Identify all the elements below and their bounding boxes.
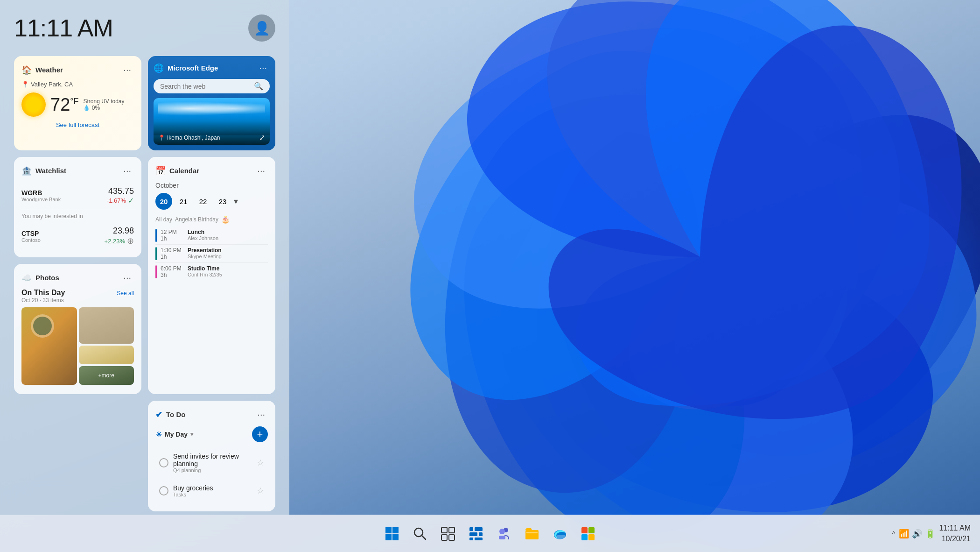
weather-more-button[interactable]: ··· — [120, 64, 134, 76]
calendar-event-lunch: 12 PM 1h Lunch Alex Johnson — [155, 226, 268, 245]
photo-thumb-1[interactable] — [21, 307, 77, 385]
calendar-event-presentation: 1:30 PM 1h Presentation Skype Meeting — [155, 245, 268, 263]
svg-rect-13 — [479, 532, 483, 536]
widgets-panel: 11:11 AM 👤 🏠 Weather ··· 📍 Valley Park, … — [0, 0, 289, 515]
edge-icon: 🌐 — [154, 63, 164, 73]
photo-thumb-2[interactable] — [79, 307, 134, 344]
photo-thumb-4[interactable]: +more — [79, 366, 134, 385]
taskbar-widgets-button[interactable] — [465, 523, 487, 545]
todo-item-2[interactable]: Buy groceries Tasks ☆ — [155, 480, 268, 502]
wallpaper-flower-svg — [327, 0, 980, 552]
todo-checkbox-2[interactable] — [159, 486, 168, 495]
todo-myday-row: ☀ My Day ▾ + — [155, 426, 268, 442]
weather-icon: 🏠 — [21, 65, 32, 75]
photos-more-button[interactable]: ··· — [120, 271, 134, 284]
calendar-day-23[interactable]: 23 — [214, 193, 231, 210]
photos-see-all[interactable]: See all — [117, 290, 134, 297]
todo-title: To Do — [166, 410, 185, 418]
wifi-icon[interactable]: 📶 — [899, 529, 909, 539]
task-view-icon — [441, 526, 455, 541]
todo-add-button[interactable]: + — [252, 426, 268, 442]
svg-rect-1 — [392, 527, 399, 533]
todo-checkbox-1[interactable] — [159, 458, 168, 467]
edge-widget: 🌐 Microsoft Edge ··· 🔍 📍 Ikema Ohashi, J… — [148, 56, 275, 150]
calendar-more-button[interactable]: ··· — [254, 164, 268, 177]
edge-image[interactable]: 📍 Ikema Ohashi, Japan ⤢ — [154, 98, 270, 145]
stock-change-ctsp: +2.23% — [105, 238, 125, 245]
widgets-row-2: 🏦 Watchlist ··· WGRB Woodgrove Bank 435.… — [14, 157, 275, 394]
taskbar-store-button[interactable] — [577, 523, 599, 545]
store-icon — [581, 526, 595, 541]
photo-thumb-3[interactable] — [79, 346, 134, 364]
calendar-title: Calendar — [169, 167, 199, 175]
event-details-studio: Studio Time Conf Rm 32/35 — [188, 265, 222, 278]
taskbar-right: ^ 📶 🔊 🔋 11:11 AM 10/20/21 — [892, 523, 971, 544]
calendar-allday: All day Angela's Birthday 🎂 — [155, 215, 268, 224]
calendar-more-days[interactable]: ▾ — [234, 196, 238, 206]
taskbar-taskview-button[interactable] — [437, 523, 459, 545]
watchlist-icon: 🏦 — [21, 166, 32, 176]
watchlist-title: Watchlist — [35, 167, 66, 175]
todo-item-1[interactable]: Send invites for review planning Q4 plan… — [155, 448, 268, 478]
taskbar-overflow-button[interactable]: ^ — [892, 530, 896, 538]
svg-rect-8 — [441, 535, 447, 540]
calendar-day-22[interactable]: 22 — [195, 193, 211, 210]
chevron-down-icon: ▾ — [190, 431, 193, 438]
watchlist-title-row: 🏦 Watchlist — [21, 166, 66, 176]
sun-icon: ☀ — [155, 430, 162, 439]
taskbar-search-button[interactable] — [409, 523, 431, 545]
svg-rect-18 — [499, 536, 505, 539]
svg-rect-11 — [475, 527, 483, 531]
taskbar-teams-button[interactable] — [493, 523, 515, 545]
edge-widget-header: 🌐 Microsoft Edge ··· — [154, 62, 270, 74]
taskbar-explorer-button[interactable] — [521, 523, 543, 545]
taskbar-system-icons: 📶 🔊 🔋 — [899, 529, 935, 539]
svg-rect-2 — [385, 534, 392, 540]
svg-rect-10 — [469, 527, 473, 531]
taskbar-edge-button[interactable] — [549, 523, 571, 545]
stock-ctsp-price-block: 23.98 +2.23% ⊕ — [105, 226, 134, 246]
svg-rect-7 — [449, 527, 455, 533]
taskbar-time: 11:11 AM — [939, 523, 971, 533]
stock-add-icon[interactable]: ⊕ — [127, 236, 134, 246]
todo-more-button[interactable]: ··· — [254, 408, 268, 421]
taskbar-date: 10/20/21 — [939, 534, 971, 544]
taskbar-icons-center — [381, 523, 599, 545]
stock-wgrb-price-block: 435.75 -1.67% ✓ — [107, 186, 134, 205]
event-time-studio: 6:00 PM 3h — [161, 265, 184, 278]
todo-widget: ✔ To Do ··· ☀ My Day ▾ + Send invites fo… — [148, 401, 275, 511]
edge-search-input[interactable] — [160, 83, 250, 90]
allday-label: All day — [155, 216, 172, 223]
taskbar-clock[interactable]: 11:11 AM 10/20/21 — [939, 523, 971, 544]
location-pin-icon-2: 📍 — [158, 134, 165, 141]
volume-icon[interactable]: 🔊 — [912, 529, 922, 539]
svg-rect-20 — [526, 532, 538, 533]
calendar-header: 📅 Calendar ··· — [155, 164, 268, 177]
todo-text-1: Send invites for review planning Q4 plan… — [173, 453, 252, 473]
photos-title: Photos — [35, 274, 59, 282]
photos-grid: +more — [21, 307, 134, 387]
battery-icon[interactable]: 🔋 — [925, 529, 935, 539]
todo-myday-selector[interactable]: ☀ My Day ▾ — [155, 430, 193, 439]
user-avatar[interactable]: 👤 — [248, 14, 275, 42]
stock-price-ctsp: 23.98 — [105, 226, 134, 236]
allday-event: Angela's Birthday — [175, 216, 218, 223]
weather-forecast-link[interactable]: See full forecast — [21, 121, 134, 128]
todo-star-2[interactable]: ☆ — [257, 486, 264, 496]
calendar-event-studio: 6:00 PM 3h Studio Time Conf Rm 32/35 — [155, 263, 268, 281]
weather-sun-icon — [21, 92, 46, 117]
edge-more-button[interactable]: ··· — [256, 62, 270, 74]
calendar-month: October — [155, 182, 268, 189]
stock-company-ctsp: Contoso — [21, 237, 41, 243]
taskbar-start-button[interactable] — [381, 523, 403, 545]
calendar-day-20[interactable]: 20 — [155, 193, 172, 210]
widgets-header: 11:11 AM 👤 — [14, 9, 275, 47]
calendar-day-21[interactable]: 21 — [175, 193, 192, 210]
todo-title-row: ✔ To Do — [155, 410, 185, 420]
edge-search-box[interactable]: 🔍 — [154, 79, 270, 93]
todo-star-1[interactable]: ☆ — [257, 458, 264, 468]
event-time-presentation: 1:30 PM 1h — [161, 247, 184, 260]
watchlist-more-button[interactable]: ··· — [120, 164, 134, 177]
event-bar-studio — [155, 265, 157, 278]
edge-expand-icon[interactable]: ⤢ — [259, 133, 265, 142]
